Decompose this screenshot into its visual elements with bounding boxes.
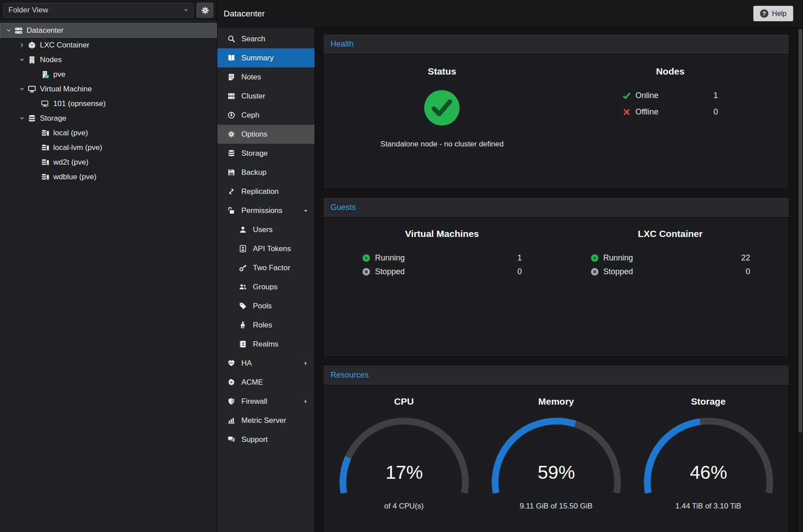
menu-item-roles[interactable]: Roles xyxy=(217,315,315,335)
menu-item-support[interactable]: Support xyxy=(217,430,315,449)
building-icon xyxy=(28,55,36,64)
chevron-right-icon[interactable] xyxy=(17,42,27,49)
menu-item-label: Ceph xyxy=(241,111,260,120)
config-menu: SearchSummaryNotesClusterCephOptionsStor… xyxy=(217,28,315,532)
tree-item-label: pve xyxy=(53,70,65,79)
datacenter-icon xyxy=(14,26,23,35)
tree-item-storage[interactable]: Storage xyxy=(0,111,217,126)
menu-item-permissions[interactable]: Permissions xyxy=(217,201,315,220)
menu-item-label: ACME xyxy=(241,378,263,387)
database-icon xyxy=(227,149,236,158)
menu-item-metric-server[interactable]: Metric Server xyxy=(217,411,315,430)
tree-item-lxc-container[interactable]: LXC Container xyxy=(0,38,217,52)
menu-item-label: Backup xyxy=(241,168,267,177)
user-icon xyxy=(239,225,247,234)
menu-item-ceph[interactable]: Ceph xyxy=(217,106,315,125)
gauge-title: Memory xyxy=(538,396,574,407)
resource-tree: DatacenterLXC ContainerNodespveVirtual M… xyxy=(0,20,217,532)
menu-item-label: Storage xyxy=(241,149,268,158)
tree-item-local-pve[interactable]: local (pve) xyxy=(0,126,217,140)
tree-item-label: 101 (opnsense) xyxy=(53,99,106,108)
tree-item-label: Virtual Machine xyxy=(40,85,92,94)
database-icon xyxy=(28,114,36,122)
cpu-gauge: CPU17%of 4 CPU(s) xyxy=(328,396,480,511)
body-row: SearchSummaryNotesClusterCephOptionsStor… xyxy=(217,28,803,532)
status-title: Status xyxy=(428,66,456,77)
menu-item-groups[interactable]: Groups xyxy=(217,277,315,296)
menu-item-search[interactable]: Search xyxy=(217,29,315,48)
health-panel: Health Status Standalone node - no clust… xyxy=(323,34,789,189)
address-book-icon xyxy=(239,340,247,348)
cluster-status-column: Status Standalone node - no cluster defi… xyxy=(328,66,556,149)
resources-panel-header: Resources xyxy=(323,365,789,386)
storage-drive-icon xyxy=(41,143,50,152)
status-value: 0 xyxy=(746,267,750,276)
nodes-status-rows: Online1Offline0 xyxy=(622,91,718,117)
help-button-label: Help xyxy=(772,10,787,18)
menu-item-replication[interactable]: Replication xyxy=(217,182,315,201)
gauge-arc: 59% xyxy=(483,411,630,500)
vertical-scrollbar[interactable] xyxy=(797,28,803,532)
status-label: Online xyxy=(635,91,713,100)
tree-toolbar: Folder View xyxy=(0,0,217,20)
menu-item-ha[interactable]: HA xyxy=(217,354,315,373)
view-mode-select[interactable]: Folder View xyxy=(4,3,193,18)
check-icon xyxy=(622,91,631,100)
menu-item-acme[interactable]: ACME xyxy=(217,373,315,392)
resource-tree-panel: Folder View DatacenterLXC ContainerNodes… xyxy=(0,0,217,532)
tree-item-datacenter[interactable]: Datacenter xyxy=(0,23,217,38)
menu-item-options[interactable]: Options xyxy=(217,125,315,144)
menu-item-storage[interactable]: Storage xyxy=(217,144,315,163)
caret-down-icon xyxy=(303,208,308,213)
tree-item-101-opnsense[interactable]: 101 (opnsense) xyxy=(0,96,217,111)
menu-item-cluster[interactable]: Cluster xyxy=(217,87,315,106)
status-value: 0 xyxy=(713,107,718,117)
chevron-down-icon[interactable] xyxy=(17,86,27,93)
node-icon xyxy=(41,70,50,79)
menu-item-label: Notes xyxy=(241,73,261,82)
menu-item-firewall[interactable]: Firewall xyxy=(217,392,315,411)
menu-item-api-tokens[interactable]: API Tokens xyxy=(217,239,315,258)
caret-right-icon xyxy=(303,361,308,366)
menu-item-realms[interactable]: Realms xyxy=(217,335,315,354)
tree-item-pve[interactable]: pve xyxy=(0,67,217,82)
chevron-down-icon[interactable] xyxy=(4,27,13,34)
tree-item-wd2t-pve[interactable]: wd2t (pve) xyxy=(0,155,217,169)
view-mode-label: Folder View xyxy=(8,6,48,15)
tree-settings-button[interactable] xyxy=(197,3,213,18)
tree-item-virtual-machine[interactable]: Virtual Machine xyxy=(0,82,217,96)
menu-item-summary[interactable]: Summary xyxy=(217,48,315,67)
person-icon xyxy=(239,321,247,329)
proxmox-datacenter-window: Folder View DatacenterLXC ContainerNodes… xyxy=(0,0,803,532)
guests-panel-body: Virtual MachinesRunning1Stopped0LXC Cont… xyxy=(323,218,789,356)
nodes-status-column: Nodes Online1Offline0 xyxy=(556,66,785,149)
expander-spacer xyxy=(30,71,40,78)
chevron-down-icon[interactable] xyxy=(17,56,27,63)
menu-item-label: Permissions xyxy=(241,206,283,215)
stop-circle-icon xyxy=(362,268,370,276)
summary-content: Health Status Standalone node - no clust… xyxy=(315,28,797,532)
menu-item-label: Cluster xyxy=(241,92,265,101)
help-button[interactable]: ? Help xyxy=(753,6,793,21)
status-row-stopped: Stopped0 xyxy=(590,267,750,276)
guest-group-title: Virtual Machines xyxy=(405,229,479,239)
menu-item-notes[interactable]: Notes xyxy=(217,67,315,87)
status-label: Running xyxy=(603,253,741,263)
content-header: Datacenter ? Help xyxy=(217,0,803,28)
scrollbar-thumb[interactable] xyxy=(799,29,802,433)
users-icon xyxy=(239,283,247,291)
gauge-percent: 59% xyxy=(537,462,575,483)
menu-item-two-factor[interactable]: Two Factor xyxy=(217,258,315,277)
tree-item-label: wd2t (pve) xyxy=(53,158,88,167)
storage-drive-icon xyxy=(41,129,50,137)
expander-spacer xyxy=(30,159,40,166)
menu-item-backup[interactable]: Backup xyxy=(217,163,315,182)
expander-spacer xyxy=(30,100,40,107)
chevron-down-icon[interactable] xyxy=(17,115,27,122)
tree-item-local-lvm-pve[interactable]: local-lvm (pve) xyxy=(0,140,217,155)
tree-item-wdblue-pve[interactable]: wdblue (pve) xyxy=(0,169,217,184)
tree-item-nodes[interactable]: Nodes xyxy=(0,52,217,67)
status-label: Offline xyxy=(635,107,713,117)
menu-item-users[interactable]: Users xyxy=(217,220,315,239)
menu-item-pools[interactable]: Pools xyxy=(217,296,315,315)
